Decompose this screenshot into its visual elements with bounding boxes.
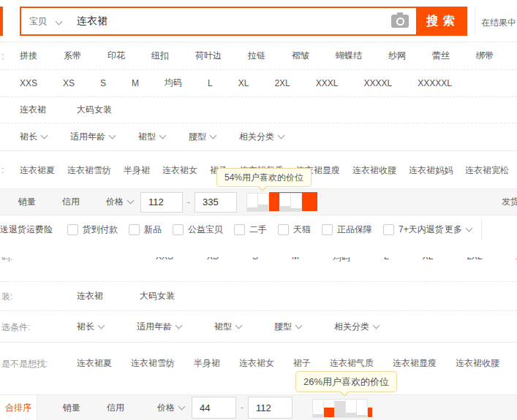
sort-credit[interactable]: 信用 [62, 196, 80, 208]
service-checkbox[interactable]: 7+天内退货 [383, 224, 444, 236]
size-option[interactable]: XXXL [316, 78, 339, 88]
filter-option[interactable]: 蕾丝 [432, 50, 450, 62]
service-checkbox[interactable]: 新品 [129, 224, 162, 236]
histogram-bucket[interactable] [312, 399, 324, 418]
filter-dropdown[interactable]: 裙长 [77, 321, 104, 333]
service-checkbox[interactable]: 天猫 [278, 224, 311, 236]
histogram-bucket[interactable] [356, 399, 368, 418]
sort-price[interactable]: 价格 [106, 196, 133, 208]
related-search-link[interactable]: 连衣裙雪纺 [67, 164, 111, 177]
filter-option[interactable]: 蝴蝶结 [336, 50, 362, 62]
filter-option[interactable]: 拉链 [248, 50, 265, 62]
filter-option[interactable]: 印花 [107, 50, 125, 62]
service-checkbox[interactable]: 公益宝贝 [173, 224, 223, 236]
size-option[interactable]: XS [63, 78, 75, 88]
related-search-link[interactable]: 连衣裙女 [162, 164, 197, 177]
service-checkbox[interactable]: 二手 [234, 224, 267, 236]
size-option[interactable]: XL [423, 257, 434, 264]
size-option[interactable]: XXXXL [363, 78, 392, 88]
size-label-cut: 码: [1, 257, 12, 264]
service-checkbox[interactable]: 正品保障 [322, 224, 372, 236]
histogram-bucket[interactable] [246, 193, 258, 212]
size-option[interactable]: XXS [156, 257, 173, 264]
sort-composite-tab-cut[interactable]: 合排序 [0, 395, 37, 420]
related-search-link[interactable]: 连衣裙显瘦 [393, 357, 437, 370]
related-search-link[interactable]: 连衣裙收腰 [456, 357, 499, 370]
related-search-link[interactable]: 连衣裙妈妈 [409, 164, 453, 177]
sort-sales[interactable]: 销量 [18, 196, 36, 208]
related-search-link[interactable]: 半身裙 [194, 357, 220, 370]
size-option[interactable]: XS [207, 257, 219, 264]
size-option[interactable]: L [208, 78, 213, 88]
related-search-link[interactable]: 连衣裙收腰 [352, 164, 396, 177]
filter-option[interactable]: 纱网 [388, 50, 406, 62]
related-search-link[interactable]: 裙子 [293, 357, 311, 370]
filter-dropdown[interactable]: 腰型 [274, 321, 301, 333]
filter-row-label-cut: : [1, 51, 4, 61]
price-range-dash: - [187, 197, 190, 207]
histogram-bucket[interactable] [323, 399, 335, 418]
ship-from-label-cut[interactable]: 发货地 [502, 196, 517, 208]
search-input[interactable] [69, 8, 391, 34]
related-search-link[interactable]: 连衣裙夏 [77, 357, 112, 370]
size-option[interactable]: S [252, 257, 258, 264]
filter-dropdown[interactable]: 腰型 [189, 131, 216, 143]
filter-option[interactable]: 系带 [64, 50, 81, 62]
filter-dropdown[interactable]: 相关分类 [239, 131, 284, 143]
size-option[interactable]: XXXXXL [418, 78, 452, 88]
checkbox-icon [67, 224, 78, 235]
filter-option[interactable]: 褶皱 [292, 50, 309, 62]
price-max-input[interactable] [248, 397, 293, 419]
service-checkbox[interactable]: 货到付款 [67, 224, 118, 236]
filter-dropdown[interactable]: 裙长 [20, 131, 47, 143]
histogram-bucket[interactable] [334, 399, 346, 418]
histogram-bucket[interactable] [279, 193, 291, 212]
size-option[interactable]: S [100, 78, 106, 88]
filter-dropdown[interactable]: 裙型 [214, 321, 241, 333]
category-option[interactable]: 连衣裙 [20, 104, 46, 116]
filter-option[interactable]: 拼接 [20, 50, 37, 62]
search-button[interactable]: 搜 索 [416, 8, 466, 34]
size-option[interactable]: XL [238, 78, 249, 88]
size-option[interactable]: 2XL [467, 257, 482, 264]
sort-sales[interactable]: 销量 [63, 402, 80, 414]
size-option[interactable]: M [292, 257, 299, 264]
size-option[interactable]: L [384, 257, 389, 264]
price-min-input[interactable] [192, 397, 236, 419]
related-search-link[interactable]: 连衣裙雪纺 [131, 357, 175, 370]
camera-icon[interactable] [391, 15, 409, 28]
size-option[interactable]: M [132, 78, 139, 88]
search-in-results-link[interactable]: 在结果中 [481, 17, 516, 29]
size-option[interactable]: 2XL [274, 78, 290, 88]
service-label-cut: 送退货运费险 [0, 224, 53, 236]
filter-dropdown[interactable]: 适用年龄 [137, 321, 181, 333]
related-search-link[interactable]: 连衣裙夏 [20, 164, 55, 177]
filter-dropdown[interactable]: 相关分类 [334, 321, 379, 333]
category-option[interactable]: 大码女装 [77, 104, 112, 116]
histogram-bucket[interactable] [290, 193, 302, 212]
price-max-input[interactable] [195, 192, 237, 213]
category-label-cut: 装: [1, 291, 12, 303]
size-option[interactable]: 均码 [333, 257, 350, 264]
filter-dropdown[interactable]: 裙型 [138, 131, 165, 143]
histogram-bucket[interactable] [268, 193, 280, 212]
filter-row-categories: 连衣裙大码女装 [0, 96, 517, 123]
size-option[interactable]: XXS [20, 78, 37, 88]
histogram-bucket[interactable] [345, 399, 357, 418]
sort-credit[interactable]: 信用 [107, 402, 124, 414]
search-category-select[interactable]: 宝贝 [21, 8, 69, 34]
category-option[interactable]: 连衣裙 [77, 290, 103, 302]
related-search-link[interactable]: 连衣裙女 [239, 357, 274, 370]
size-option[interactable]: 均码 [165, 77, 182, 89]
related-search-link[interactable]: 连衣裙气质 [330, 357, 374, 370]
price-min-input[interactable] [140, 192, 183, 213]
related-search-link[interactable]: 半身裙 [124, 164, 150, 177]
related-search-link[interactable]: 连衣裙宽松 [465, 164, 509, 177]
filter-option[interactable]: 绑带 [476, 50, 494, 62]
category-option[interactable]: 大码女装 [140, 290, 175, 302]
sort-price[interactable]: 价格 [157, 402, 184, 414]
more-filters-button[interactable]: 更多 [445, 224, 472, 236]
filter-option[interactable]: 荷叶边 [195, 50, 222, 62]
filter-option[interactable]: 纽扣 [151, 50, 169, 62]
filter-dropdown[interactable]: 适用年龄 [70, 131, 115, 143]
